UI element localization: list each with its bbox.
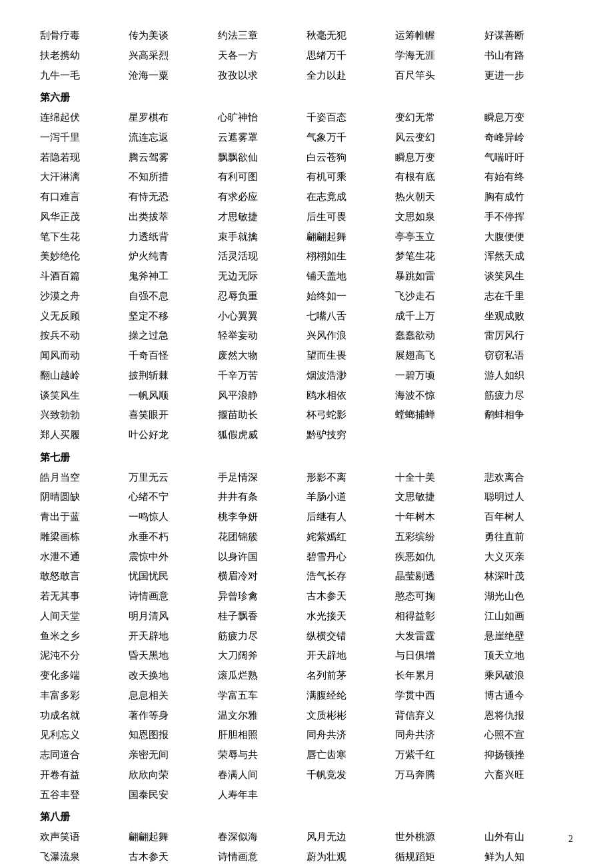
list-item: 有求必应 — [218, 188, 306, 207]
list-item: 江山如画 — [484, 607, 573, 626]
list-item: 义无反顾 — [40, 307, 129, 326]
list-item: 运筹帷幄 — [395, 27, 484, 45]
list-item: 翻山越岭 — [40, 367, 129, 385]
list-item: 震惊中外 — [129, 548, 217, 567]
list-item: 白云苍狗 — [306, 149, 395, 167]
table-row: 阴晴圆缺心绪不宁井井有条羊肠小道文思敏捷聪明过人 — [40, 488, 573, 507]
list-item: 瞬息万变 — [395, 149, 484, 167]
list-item: 开天辟地 — [306, 647, 395, 665]
section-header: 第七册 — [40, 446, 573, 467]
list-item: 改天换地 — [129, 667, 217, 685]
table-row: 有口难言有恃无恐有求必应在志竟成热火朝天胸有成竹 — [40, 188, 573, 207]
list-item: 兴高采烈 — [129, 47, 217, 65]
list-item: 万马奔腾 — [395, 766, 484, 785]
list-item: 蠢蠢欲动 — [395, 327, 484, 345]
list-item — [395, 786, 484, 805]
section-title: 第七册 — [40, 449, 573, 467]
list-item: 亲密无间 — [129, 746, 217, 765]
list-item: 心照不宣 — [484, 726, 573, 745]
list-item: 扶老携幼 — [40, 47, 129, 65]
list-item: 海波不惊 — [395, 387, 484, 405]
table-row: 翻山越岭披荆斩棘千辛万苦烟波浩渺一碧万顷游人如织 — [40, 367, 573, 385]
table-row: 敢怒敢言忧国忧民横眉冷对浩气长存晶莹剔透林深叶茂 — [40, 567, 573, 586]
list-item: 暴跳如雷 — [395, 267, 484, 286]
list-item: 兴致勃勃 — [40, 406, 129, 425]
list-item: 连绵起伏 — [40, 109, 129, 127]
list-item: 传为美谈 — [129, 27, 217, 45]
list-item: 博古通今 — [484, 687, 573, 705]
list-item: 横眉冷对 — [218, 567, 306, 586]
list-item: 勇往直前 — [484, 528, 573, 547]
list-item: 有机可乘 — [306, 168, 395, 187]
list-item: 千辛万苦 — [218, 367, 306, 385]
list-item: 九牛一毛 — [40, 67, 129, 85]
list-item: 学贯中西 — [395, 687, 484, 705]
list-item: 笔下生花 — [40, 228, 129, 247]
list-item: 水泄不通 — [40, 548, 129, 567]
table-row: 按兵不动操之过急轻举妄动兴风作浪蠢蠢欲动雷厉风行 — [40, 327, 573, 345]
list-item: 循规蹈矩 — [395, 848, 484, 867]
list-item: 斗酒百篇 — [40, 267, 129, 286]
section-title: 第八册 — [40, 808, 573, 827]
list-item: 学富五车 — [218, 687, 306, 705]
list-item: 七嘴八舌 — [306, 307, 395, 326]
list-item: 纵横交错 — [306, 627, 395, 646]
list-item: 阴晴圆缺 — [40, 488, 129, 507]
list-item: 热火朝天 — [395, 188, 484, 207]
section-title: 第六册 — [40, 89, 573, 107]
list-item: 闻风而动 — [40, 347, 129, 365]
list-item: 铺天盖地 — [306, 267, 395, 286]
list-item: 诗情画意 — [129, 587, 217, 606]
list-item — [484, 426, 573, 445]
list-item: 天各一方 — [218, 47, 306, 65]
table-row: 谈笑风生一帆风顺风平浪静鸥水相依海波不惊筋疲力尽 — [40, 387, 573, 405]
list-item: 聪明过人 — [484, 488, 573, 507]
list-item: 五彩缤纷 — [395, 528, 484, 547]
list-item: 望而生畏 — [306, 347, 395, 365]
table-row: 兴致勃勃喜笑眼开揠苗助长杯弓蛇影螳螂捕蝉鹬蚌相争 — [40, 406, 573, 425]
list-item: 忧国忧民 — [129, 567, 217, 586]
list-item: 刮骨疗毒 — [40, 27, 129, 45]
table-row: 连绵起伏星罗棋布心旷神怡千姿百态变幻无常瞬息万变 — [40, 109, 573, 127]
table-row: 志同道合亲密无间荣辱与共唇亡齿寒万紫千红抑扬顿挫 — [40, 746, 573, 765]
list-item: 著作等身 — [129, 707, 217, 725]
list-item: 书山有路 — [484, 47, 573, 65]
list-item: 气象万千 — [306, 129, 395, 147]
list-item: 有恃无恐 — [129, 188, 217, 207]
list-item: 息息相关 — [129, 687, 217, 705]
list-item: 好谋善断 — [484, 27, 573, 45]
list-item: 烟波浩渺 — [306, 367, 395, 385]
list-item: 大刀阔斧 — [218, 647, 306, 665]
list-item: 炉火纯青 — [129, 247, 217, 266]
list-item: 沙漠之舟 — [40, 287, 129, 306]
table-row: 人间天堂明月清风桂子飘香水光接天相得益彰江山如画 — [40, 607, 573, 626]
table-row: 功成名就著作等身温文尔雅文质彬彬背信弃义恩将仇报 — [40, 707, 573, 725]
list-item: 心旷神怡 — [218, 109, 306, 127]
list-item: 与日俱增 — [395, 647, 484, 665]
list-item: 花团锦簇 — [218, 528, 306, 547]
list-item: 志同道合 — [40, 746, 129, 765]
table-row: 郑人买履叶公好龙狐假虎威黔驴技穷 — [40, 426, 573, 445]
list-item: 后生可畏 — [306, 208, 395, 227]
table-row: 闻风而动千奇百怪废然大物望而生畏展翅高飞窃窃私语 — [40, 347, 573, 365]
list-item: 展翅高飞 — [395, 347, 484, 365]
table-row: 斗酒百篇鬼斧神工无边无际铺天盖地暴跳如雷谈笑风生 — [40, 267, 573, 286]
list-item: 文思敏捷 — [395, 488, 484, 507]
list-item: 学海无涯 — [395, 47, 484, 65]
list-item: 黔驴技穷 — [306, 426, 395, 445]
table-row: 青出于蓝一鸣惊人桃李争妍后继有人十年树木百年树人 — [40, 508, 573, 527]
list-item: 鬼斧神工 — [129, 267, 217, 286]
list-item: 十全十美 — [395, 469, 484, 487]
list-item: 千奇百怪 — [129, 347, 217, 365]
table-row: 若隐若现腾云驾雾飘飘欲仙白云苍狗瞬息万变气喘吁吁 — [40, 149, 573, 167]
list-item: 人间天堂 — [40, 607, 129, 626]
list-item: 变化多端 — [40, 667, 129, 685]
table-row: 开卷有益欣欣向荣春满人间千帆竞发万马奔腾六畜兴旺 — [40, 766, 573, 785]
list-item: 披荆斩棘 — [129, 367, 217, 385]
list-item: 谈笑风生 — [40, 387, 129, 405]
list-item: 皓月当空 — [40, 469, 129, 487]
table-row: 美妙绝伦炉火纯青活灵活现栩栩如生梦笔生花浑然天成 — [40, 247, 573, 266]
list-item: 坐观成败 — [484, 307, 573, 326]
list-item: 浑然天成 — [484, 247, 573, 266]
list-item: 井井有条 — [218, 488, 306, 507]
